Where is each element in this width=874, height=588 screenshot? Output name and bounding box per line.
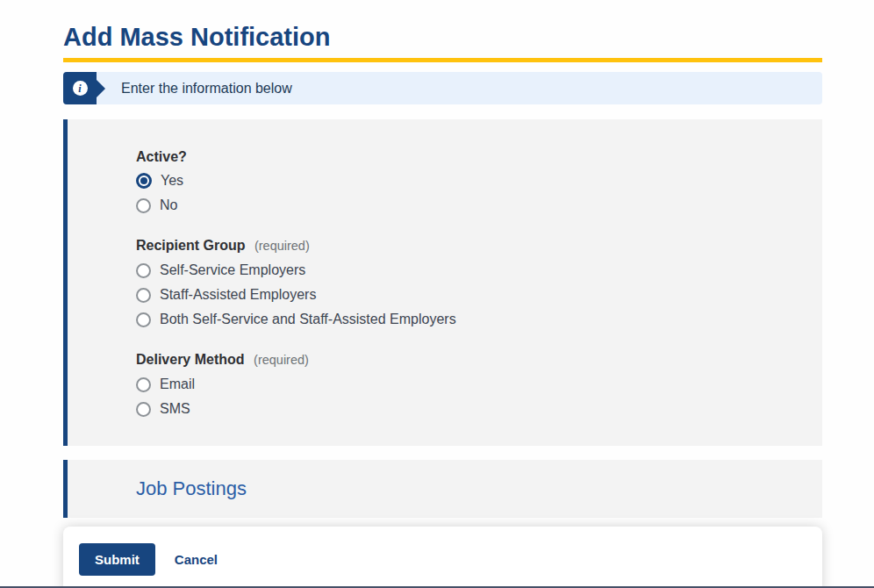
radio-label-staff-assisted-employers: Staff-Assisted Employers <box>160 287 316 303</box>
radio-button-no[interactable] <box>136 198 151 213</box>
field-label-text: Delivery Method <box>136 352 245 367</box>
radio-label-no: No <box>160 197 177 213</box>
radio-option-email[interactable]: Email <box>136 376 787 393</box>
radio-button-sms[interactable] <box>136 402 151 417</box>
field-label-text: Recipient Group <box>136 238 245 253</box>
required-note: (required) <box>254 239 310 253</box>
title-accent-rule <box>63 58 822 62</box>
radio-button-yes[interactable] <box>136 173 152 189</box>
radio-label-self-service-employers: Self-Service Employers <box>160 262 305 278</box>
radio-button-email[interactable] <box>136 377 151 392</box>
info-icon: i <box>63 72 97 104</box>
radio-option-sms[interactable]: SMS <box>136 400 787 418</box>
radio-label-both-employers: Both Self-Service and Staff-Assisted Emp… <box>160 312 456 327</box>
field-group-recipient-group: Recipient Group (required) Self-Service … <box>136 237 787 328</box>
radio-option-yes[interactable]: Yes <box>136 172 787 190</box>
info-badge-arrow <box>97 80 105 97</box>
page-content: Add Mass Notification i Enter the inform… <box>63 23 822 588</box>
required-note: (required) <box>254 353 309 367</box>
page-title: Add Mass Notification <box>63 23 822 52</box>
cancel-link[interactable]: Cancel <box>175 552 218 567</box>
radio-option-self-service-employers[interactable]: Self-Service Employers <box>136 262 787 279</box>
info-banner: i Enter the information below <box>63 72 822 104</box>
field-label-active: Active? <box>136 148 787 165</box>
radio-button-self-service-employers[interactable] <box>136 263 151 278</box>
radio-option-no[interactable]: No <box>136 197 787 214</box>
radio-option-staff-assisted-employers[interactable]: Staff-Assisted Employers <box>136 286 787 304</box>
submit-button[interactable]: Submit <box>79 543 155 576</box>
action-bar: Submit Cancel <box>63 527 822 588</box>
info-banner-text: Enter the information below <box>121 81 292 97</box>
notification-form-section: Active? Yes No Recipient Group (required… <box>63 119 822 446</box>
radio-label-email: Email <box>160 376 195 392</box>
field-label-recipient-group: Recipient Group (required) <box>136 237 787 255</box>
field-group-active: Active? Yes No <box>136 148 787 214</box>
field-label-delivery-method: Delivery Method (required) <box>136 351 787 369</box>
info-icon-circle: i <box>73 81 88 96</box>
radio-label-yes: Yes <box>161 173 183 189</box>
radio-option-both-employers[interactable]: Both Self-Service and Staff-Assisted Emp… <box>136 311 787 328</box>
field-group-delivery-method: Delivery Method (required) Email SMS <box>136 351 787 418</box>
radio-label-sms: SMS <box>160 401 190 417</box>
job-postings-section: Job Postings <box>63 460 822 518</box>
info-icon-glyph: i <box>78 83 81 94</box>
radio-button-both-employers[interactable] <box>136 312 151 327</box>
field-label-text: Active? <box>136 149 187 164</box>
job-postings-title: Job Postings <box>136 477 247 500</box>
radio-button-staff-assisted-employers[interactable] <box>136 288 151 303</box>
